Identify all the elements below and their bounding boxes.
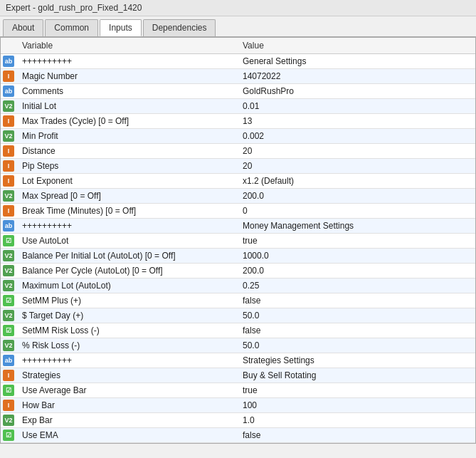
row-icon: ☑ — [1, 428, 16, 443]
row-variable: Use Average Bar — [16, 383, 237, 398]
int-icon: I — [3, 175, 14, 187]
table-row: ILot Exponentx1.2 (Default) — [1, 174, 475, 189]
value-header: Value — [237, 38, 475, 54]
row-value: 1000.0 — [237, 249, 475, 264]
row-variable: SetMM Risk Loss (-) — [16, 323, 237, 338]
table-row: V2Min Profit0.002 — [1, 129, 475, 144]
table-row: ab++++++++++Money Management Settings — [1, 219, 475, 234]
row-value: 50.0 — [237, 308, 475, 323]
table-row: V2Maximum Lot (AutoLot)0.25 — [1, 279, 475, 293]
row-icon: V2 — [1, 308, 16, 323]
row-icon: I — [1, 368, 16, 383]
row-variable: Use EMA — [16, 428, 237, 443]
v2-icon: V2 — [3, 130, 14, 142]
row-icon: ☑ — [1, 234, 16, 249]
table-row: V2Balance Per Cycle (AutoLot) [0 = Off]2… — [1, 264, 475, 279]
row-value: 0.25 — [237, 279, 475, 293]
row-variable: Use AutoLot — [16, 234, 237, 249]
row-icon: V2 — [1, 129, 16, 144]
row-value: 20 — [237, 144, 475, 159]
bool-icon: ☑ — [3, 235, 14, 246]
row-value: Buy & Sell Rotating — [237, 368, 475, 383]
row-value: 200.0 — [237, 189, 475, 204]
table-row: IMagic Number14072022 — [1, 69, 475, 84]
row-variable: Distance — [16, 144, 237, 159]
table-row: IMax Trades (Cycle) [0 = Off]13 — [1, 114, 475, 129]
row-variable: Break Time (Minutes) [0 = Off] — [16, 204, 237, 219]
table-row: V2$ Target Day (+)50.0 — [1, 308, 475, 323]
row-variable: Max Trades (Cycle) [0 = Off] — [16, 114, 237, 129]
bool-icon: ☑ — [3, 325, 14, 336]
row-variable: How Bar — [16, 398, 237, 413]
tab-about[interactable]: About — [3, 19, 43, 36]
tab-common[interactable]: Common — [45, 19, 98, 36]
row-variable: SetMM Plus (+) — [16, 293, 237, 308]
variable-header: Variable — [16, 38, 237, 54]
row-icon: ab — [1, 219, 16, 234]
int-icon: I — [3, 160, 14, 172]
content-area: Variable Value ab++++++++++General Setti… — [0, 37, 476, 444]
row-icon: V2 — [1, 189, 16, 204]
row-icon: I — [1, 114, 16, 129]
ab-icon: ab — [3, 85, 14, 97]
bool-icon: ☑ — [3, 295, 14, 306]
table-row: ☑SetMM Risk Loss (-)false — [1, 323, 475, 338]
table-row: ☑SetMM Plus (+)false — [1, 293, 475, 308]
table-row: V2Exp Bar1.0 — [1, 413, 475, 428]
row-value: x1.2 (Default) — [237, 174, 475, 189]
table-row: IPip Steps20 — [1, 159, 475, 174]
row-variable: ++++++++++ — [16, 219, 237, 234]
row-value: Money Management Settings — [237, 219, 475, 234]
int-icon: I — [3, 145, 14, 157]
row-variable: Magic Number — [16, 69, 237, 84]
table-row: ab++++++++++General Settings — [1, 54, 475, 69]
int-icon: I — [3, 370, 14, 381]
table-row: IStrategiesBuy & Sell Rotating — [1, 368, 475, 383]
row-variable: ++++++++++ — [16, 54, 237, 69]
ab-icon: ab — [3, 220, 14, 231]
window-title: Expert - gold_rush_pro_Fixed_1420 — [6, 3, 142, 13]
v2-icon: V2 — [3, 415, 14, 426]
row-variable: $ Target Day (+) — [16, 308, 237, 323]
tab-dependencies[interactable]: Dependencies — [143, 19, 216, 36]
table-row: V2Balance Per Initial Lot (AutoLot) [0 =… — [1, 249, 475, 264]
row-icon: ☑ — [1, 323, 16, 338]
parameters-table: Variable Value ab++++++++++General Setti… — [1, 38, 475, 443]
row-value: true — [237, 383, 475, 398]
row-value: 0 — [237, 204, 475, 219]
row-value: false — [237, 293, 475, 308]
bool-icon: ☑ — [3, 430, 14, 441]
v2-icon: V2 — [3, 340, 14, 351]
row-icon: I — [1, 144, 16, 159]
row-variable: Pip Steps — [16, 159, 237, 174]
table-container: Variable Value ab++++++++++General Setti… — [1, 38, 475, 443]
row-value: true — [237, 234, 475, 249]
row-value: 14072022 — [237, 69, 475, 84]
tab-inputs[interactable]: Inputs — [100, 19, 142, 36]
v2-icon: V2 — [3, 280, 14, 291]
row-value: 20 — [237, 159, 475, 174]
row-icon: I — [1, 204, 16, 219]
table-row: ☑Use AutoLottrue — [1, 234, 475, 249]
row-icon: ab — [1, 84, 16, 99]
row-variable: ++++++++++ — [16, 353, 237, 368]
row-variable: Min Profit — [16, 129, 237, 144]
table-row: V2Max Spread [0 = Off]200.0 — [1, 189, 475, 204]
table-header-row: Variable Value — [1, 38, 475, 54]
table-row: V2% Risk Loss (-)50.0 — [1, 338, 475, 353]
row-variable: Comments — [16, 84, 237, 99]
row-value: 200.0 — [237, 264, 475, 279]
row-value: 1.0 — [237, 413, 475, 428]
row-variable: Balance Per Cycle (AutoLot) [0 = Off] — [16, 264, 237, 279]
v2-icon: V2 — [3, 310, 14, 321]
row-value: 0.002 — [237, 129, 475, 144]
row-icon: ☑ — [1, 293, 16, 308]
row-icon: I — [1, 69, 16, 84]
row-variable: % Risk Loss (-) — [16, 338, 237, 353]
ab-icon: ab — [3, 355, 14, 366]
row-value: false — [237, 323, 475, 338]
row-value: false — [237, 428, 475, 443]
v2-icon: V2 — [3, 190, 14, 202]
row-icon: ab — [1, 353, 16, 368]
table-row: ☑Use Average Bartrue — [1, 383, 475, 398]
